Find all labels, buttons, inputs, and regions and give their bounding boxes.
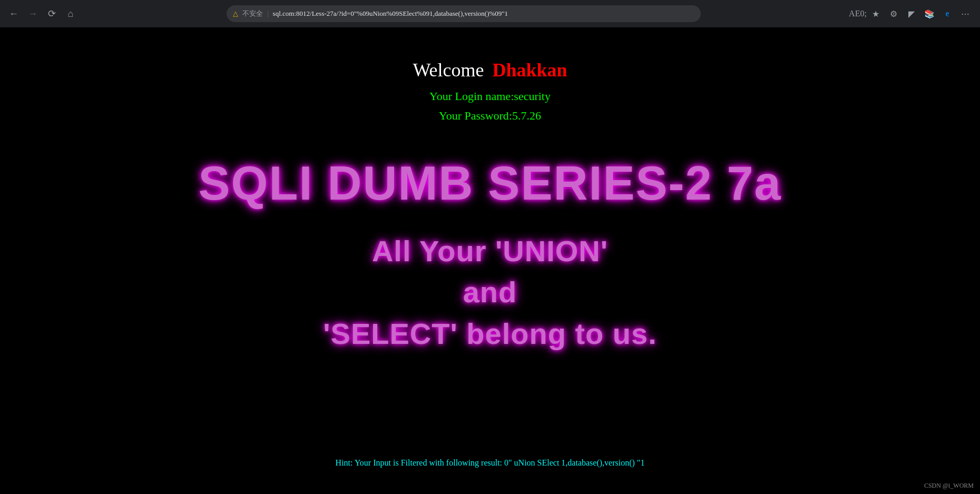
reader-mode-icon[interactable]: AE0; [849, 5, 866, 22]
username-display: Dhakkan [492, 59, 567, 81]
unsafe-label: 不安全 [242, 9, 263, 18]
back-button[interactable]: ← [6, 6, 21, 21]
subtitle: All Your 'UNION' and 'SELECT' belong to … [323, 231, 657, 354]
hint-text: Hint: Your Input is Filtered with follow… [336, 458, 645, 468]
url-text: sql.com:8012/Less-27a/?id=0"%09uNion%09S… [273, 9, 694, 18]
subtitle-line1: All Your 'UNION' [323, 231, 657, 272]
address-separator: | [267, 9, 269, 18]
reload-button[interactable]: ⟳ [44, 6, 59, 21]
login-info: Your Login name:security Your Password:5… [429, 86, 551, 126]
address-bar[interactable]: △ 不安全 | sql.com:8012/Less-27a/?id=0"%09u… [227, 5, 701, 22]
browser-toolbar-right: AE0; ★ ⚙ ◤ 📚 e ⋯ [849, 5, 974, 22]
welcome-line: Welcome Dhakkan [413, 59, 567, 81]
password-line: Your Password:5.7.26 [429, 106, 551, 125]
split-view-icon[interactable]: ◤ [903, 5, 920, 22]
browser-chrome: ← → ⟳ ⌂ △ 不安全 | sql.com:8012/Less-27a/?i… [0, 0, 980, 27]
subtitle-line3: 'SELECT' belong to us. [323, 313, 657, 354]
welcome-label: Welcome [413, 59, 484, 81]
favorites-icon[interactable]: ★ [867, 5, 884, 22]
more-options-icon[interactable]: ⋯ [957, 5, 974, 22]
subtitle-line2: and [323, 272, 657, 313]
security-warning-icon: △ [233, 9, 238, 18]
main-title: SQLI DUMB SERIES-2 7a [198, 157, 781, 210]
login-name-line: Your Login name:security [429, 86, 551, 106]
collections-icon[interactable]: 📚 [921, 5, 938, 22]
forward-button[interactable]: → [25, 6, 40, 21]
home-button[interactable]: ⌂ [63, 6, 78, 21]
page-content: Welcome Dhakkan Your Login name:security… [0, 27, 980, 494]
browser-settings-icon[interactable]: ⚙ [885, 5, 902, 22]
watermark: CSDN @i_WORM [924, 482, 974, 490]
edge-icon[interactable]: e [939, 5, 956, 22]
